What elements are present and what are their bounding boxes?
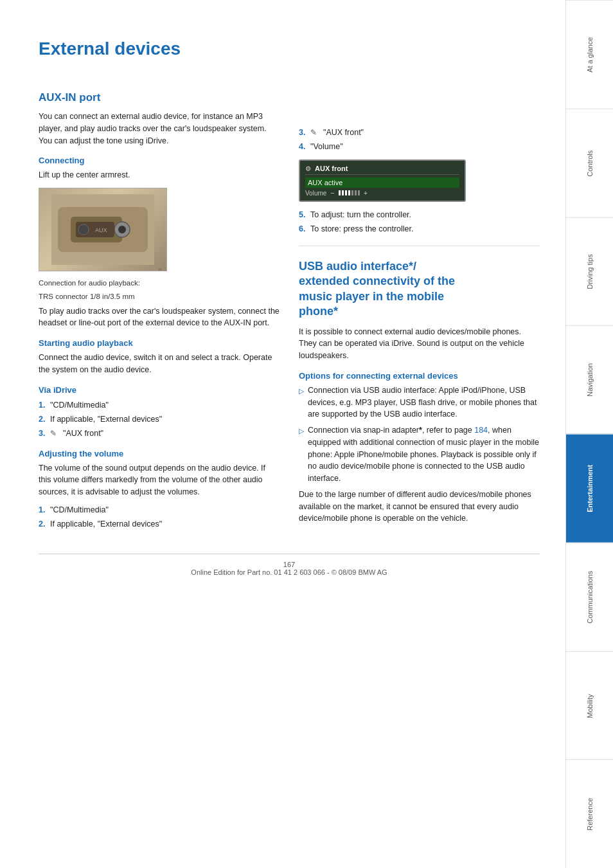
arrow-icon: ▷ bbox=[299, 426, 304, 437]
usb-section-title: USB audio interface*/extended connectivi… bbox=[299, 259, 540, 320]
via-idrive-title: Via iDrive bbox=[39, 385, 280, 395]
volume-plus: + bbox=[364, 189, 368, 197]
step-text: "AUX front" bbox=[323, 126, 364, 139]
aux-port-illustration: AUX bbox=[51, 194, 154, 265]
page-title: External devices bbox=[39, 39, 540, 59]
image-watermark: DTC / manua.ls bbox=[157, 268, 163, 271]
volume-row: Volume − + bbox=[305, 189, 459, 197]
screen-title: ⚙ AUX front bbox=[305, 165, 459, 175]
sidebar-item-at-a-glance[interactable]: At a glance bbox=[566, 0, 613, 109]
page-number: 167 bbox=[283, 561, 295, 568]
sidebar-label: At a glance bbox=[586, 37, 594, 72]
connecting-title: Connecting bbox=[39, 156, 280, 165]
caption-body: To play audio tracks over the car's loud… bbox=[39, 305, 280, 330]
vol-bar-6 bbox=[355, 190, 357, 195]
step-text: "AUX front" bbox=[63, 427, 103, 440]
step-text: If applicable, "External devices" bbox=[50, 413, 162, 426]
step-num: 2. bbox=[39, 518, 48, 530]
step-text: If applicable, "External devices" bbox=[50, 518, 162, 530]
aux-screen: ⚙ AUX front AUX active Volume − bbox=[299, 159, 466, 202]
section-divider bbox=[299, 246, 540, 246]
options-list: ▷ Connection via USB audio interface: Ap… bbox=[299, 384, 540, 485]
page-footer: 167 Online Edition for Part no. 01 41 2 … bbox=[39, 554, 540, 576]
usb-closing: Due to the large number of different aud… bbox=[299, 489, 540, 525]
sidebar-item-communications[interactable]: Communications bbox=[566, 543, 613, 651]
screen-gear-icon: ⚙ bbox=[305, 165, 311, 172]
sidebar-label: Controls bbox=[586, 150, 594, 176]
svg-point-6 bbox=[78, 224, 89, 235]
starting-audio-text: Connect the audio device, switch it on a… bbox=[39, 352, 280, 376]
step-num: 3. bbox=[299, 126, 308, 139]
adjusting-volume-title: Adjusting the volume bbox=[39, 449, 280, 458]
list-item: 3. "AUX front" bbox=[299, 126, 540, 139]
step-num: 5. bbox=[299, 208, 308, 221]
step-num: 4. bbox=[299, 140, 308, 153]
footer-text: Online Edition for Part no. 01 41 2 603 … bbox=[191, 568, 387, 576]
step-text: "Volume" bbox=[310, 140, 343, 153]
list-item: ▷ Connection via snap-in adapter*, refer… bbox=[299, 424, 540, 485]
adjusting-volume-text: The volume of the sound output depends o… bbox=[39, 462, 280, 498]
aux-image: AUX DTC / manua.ls bbox=[39, 188, 167, 271]
list-item: 2. If applicable, "External devices" bbox=[39, 518, 280, 530]
caption-line1: Connection for audio playback: bbox=[39, 278, 280, 289]
caption-line2: TRS connector 1/8 in/3.5 mm bbox=[39, 291, 280, 302]
via-idrive-steps: 1. "CD/Multimedia" 2. If applicable, "Ex… bbox=[39, 399, 280, 440]
sidebar-label: Mobility bbox=[586, 694, 594, 718]
arrow-icon: ▷ bbox=[299, 386, 304, 397]
main-content: External devices AUX-IN port You can con… bbox=[0, 0, 565, 868]
vol-bar-5 bbox=[351, 190, 353, 195]
vol-bar-3 bbox=[345, 190, 347, 195]
sidebar: At a glance Controls Driving tips Naviga… bbox=[565, 0, 613, 868]
vol-bar-4 bbox=[348, 190, 350, 195]
step-num: 2. bbox=[39, 413, 48, 426]
sidebar-label: Reference bbox=[586, 798, 594, 831]
list-item: 1. "CD/Multimedia" bbox=[39, 399, 280, 411]
option-text: Connection via USB audio interface: Appl… bbox=[308, 384, 540, 420]
volume-bar bbox=[339, 190, 360, 195]
left-column: AUX-IN port You can connect an external … bbox=[39, 78, 280, 534]
step-text: To adjust: turn the controller. bbox=[310, 208, 411, 221]
volume-label: Volume bbox=[305, 190, 326, 197]
right-column: 3. "AUX front" 4. "Volume" ⚙ A bbox=[299, 78, 540, 534]
options-title: Options for connecting external devices bbox=[299, 371, 540, 381]
step-text: "CD/Multimedia" bbox=[50, 399, 109, 411]
step-text: To store: press the controller. bbox=[310, 222, 414, 235]
screen-active-item: AUX active bbox=[305, 177, 459, 188]
step-num: 1. bbox=[39, 399, 48, 411]
page-link-184[interactable]: 184 bbox=[474, 426, 488, 435]
sidebar-item-navigation[interactable]: Navigation bbox=[566, 325, 613, 434]
step-num: 1. bbox=[39, 503, 48, 516]
page-wrapper: External devices AUX-IN port You can con… bbox=[0, 0, 613, 868]
pencil-icon bbox=[50, 427, 59, 436]
list-item: 6. To store: press the controller. bbox=[299, 222, 540, 235]
sidebar-item-entertainment[interactable]: Entertainment bbox=[566, 434, 613, 543]
vol-bar-2 bbox=[342, 190, 344, 195]
aux-intro: You can connect an external audio device… bbox=[39, 111, 280, 147]
svg-point-4 bbox=[118, 226, 126, 233]
right-steps-list: 3. "AUX front" 4. "Volume" bbox=[299, 126, 540, 153]
list-item: 1. "CD/Multimedia" bbox=[39, 503, 280, 516]
sidebar-item-controls[interactable]: Controls bbox=[566, 109, 613, 217]
right-steps-top: 3. "AUX front" 4. "Volume" bbox=[299, 126, 540, 153]
sidebar-item-mobility[interactable]: Mobility bbox=[566, 651, 613, 760]
sidebar-label: Entertainment bbox=[586, 465, 594, 512]
aux-image-inner: AUX bbox=[39, 188, 166, 271]
step-num: 6. bbox=[299, 222, 308, 235]
volume-minus: − bbox=[330, 189, 334, 197]
screen-title-text: AUX front bbox=[315, 165, 348, 172]
svg-text:AUX: AUX bbox=[95, 227, 107, 233]
sidebar-label: Communications bbox=[586, 571, 594, 624]
step-text: "CD/Multimedia" bbox=[50, 503, 109, 516]
sidebar-label: Navigation bbox=[586, 363, 594, 397]
connecting-text: Lift up the center armrest. bbox=[39, 169, 280, 181]
list-item: 5. To adjust: turn the controller. bbox=[299, 208, 540, 221]
aux-section-title: AUX-IN port bbox=[39, 91, 280, 104]
list-item: 3. "AUX front" bbox=[39, 427, 280, 440]
vol-bar-1 bbox=[339, 190, 341, 195]
vol-bar-7 bbox=[358, 190, 360, 195]
sidebar-label: Driving tips bbox=[586, 254, 594, 289]
two-column-layout: AUX-IN port You can connect an external … bbox=[39, 78, 540, 534]
sidebar-item-driving-tips[interactable]: Driving tips bbox=[566, 217, 613, 326]
sidebar-item-reference[interactable]: Reference bbox=[566, 759, 613, 868]
starting-audio-title: Starting audio playback bbox=[39, 338, 280, 348]
